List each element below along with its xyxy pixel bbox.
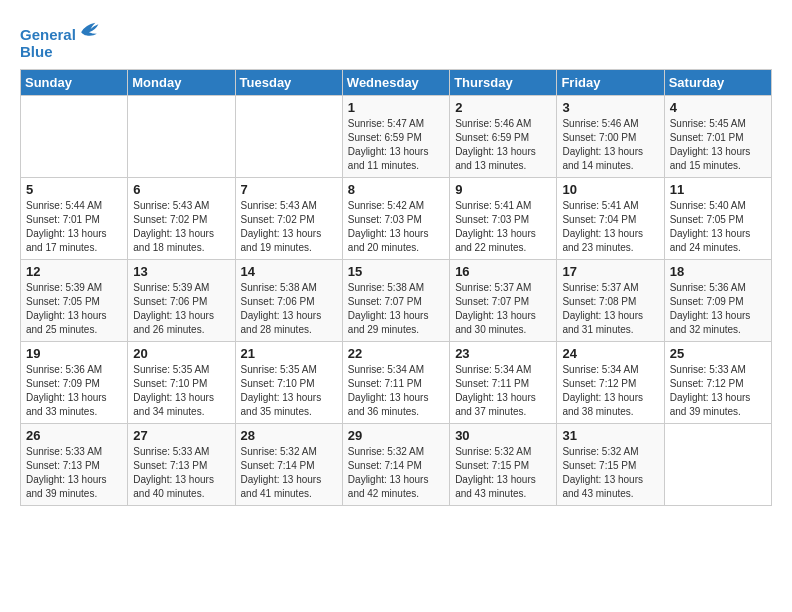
cell-details: Sunrise: 5:34 AM Sunset: 7:12 PM Dayligh…: [562, 363, 658, 419]
calendar-cell: 7Sunrise: 5:43 AM Sunset: 7:02 PM Daylig…: [235, 177, 342, 259]
day-number: 28: [241, 428, 337, 443]
cell-details: Sunrise: 5:33 AM Sunset: 7:13 PM Dayligh…: [133, 445, 229, 501]
day-number: 24: [562, 346, 658, 361]
calendar-cell: 5Sunrise: 5:44 AM Sunset: 7:01 PM Daylig…: [21, 177, 128, 259]
col-header-thursday: Thursday: [450, 69, 557, 95]
cell-details: Sunrise: 5:43 AM Sunset: 7:02 PM Dayligh…: [241, 199, 337, 255]
cell-details: Sunrise: 5:39 AM Sunset: 7:05 PM Dayligh…: [26, 281, 122, 337]
col-header-tuesday: Tuesday: [235, 69, 342, 95]
calendar-cell: 16Sunrise: 5:37 AM Sunset: 7:07 PM Dayli…: [450, 259, 557, 341]
calendar-cell: 23Sunrise: 5:34 AM Sunset: 7:11 PM Dayli…: [450, 341, 557, 423]
day-number: 5: [26, 182, 122, 197]
cell-details: Sunrise: 5:37 AM Sunset: 7:08 PM Dayligh…: [562, 281, 658, 337]
cell-details: Sunrise: 5:36 AM Sunset: 7:09 PM Dayligh…: [26, 363, 122, 419]
calendar-cell: 20Sunrise: 5:35 AM Sunset: 7:10 PM Dayli…: [128, 341, 235, 423]
day-number: 19: [26, 346, 122, 361]
day-number: 10: [562, 182, 658, 197]
cell-details: Sunrise: 5:43 AM Sunset: 7:02 PM Dayligh…: [133, 199, 229, 255]
calendar-cell: 10Sunrise: 5:41 AM Sunset: 7:04 PM Dayli…: [557, 177, 664, 259]
day-number: 2: [455, 100, 551, 115]
cell-details: Sunrise: 5:35 AM Sunset: 7:10 PM Dayligh…: [133, 363, 229, 419]
header: General Blue: [20, 18, 772, 61]
calendar-header-row: SundayMondayTuesdayWednesdayThursdayFrid…: [21, 69, 772, 95]
calendar-cell: 21Sunrise: 5:35 AM Sunset: 7:10 PM Dayli…: [235, 341, 342, 423]
day-number: 15: [348, 264, 444, 279]
day-number: 18: [670, 264, 766, 279]
day-number: 22: [348, 346, 444, 361]
day-number: 11: [670, 182, 766, 197]
cell-details: Sunrise: 5:36 AM Sunset: 7:09 PM Dayligh…: [670, 281, 766, 337]
cell-details: Sunrise: 5:32 AM Sunset: 7:14 PM Dayligh…: [241, 445, 337, 501]
cell-details: Sunrise: 5:46 AM Sunset: 6:59 PM Dayligh…: [455, 117, 551, 173]
day-number: 4: [670, 100, 766, 115]
logo: General Blue: [20, 18, 100, 61]
cell-details: Sunrise: 5:32 AM Sunset: 7:15 PM Dayligh…: [455, 445, 551, 501]
calendar-cell: 6Sunrise: 5:43 AM Sunset: 7:02 PM Daylig…: [128, 177, 235, 259]
calendar-cell: 1Sunrise: 5:47 AM Sunset: 6:59 PM Daylig…: [342, 95, 449, 177]
cell-details: Sunrise: 5:41 AM Sunset: 7:04 PM Dayligh…: [562, 199, 658, 255]
calendar-cell: 2Sunrise: 5:46 AM Sunset: 6:59 PM Daylig…: [450, 95, 557, 177]
cell-details: Sunrise: 5:38 AM Sunset: 7:06 PM Dayligh…: [241, 281, 337, 337]
cell-details: Sunrise: 5:33 AM Sunset: 7:13 PM Dayligh…: [26, 445, 122, 501]
day-number: 12: [26, 264, 122, 279]
calendar-cell: 3Sunrise: 5:46 AM Sunset: 7:00 PM Daylig…: [557, 95, 664, 177]
calendar-cell: [235, 95, 342, 177]
day-number: 23: [455, 346, 551, 361]
day-number: 13: [133, 264, 229, 279]
calendar-cell: 12Sunrise: 5:39 AM Sunset: 7:05 PM Dayli…: [21, 259, 128, 341]
calendar-cell: 18Sunrise: 5:36 AM Sunset: 7:09 PM Dayli…: [664, 259, 771, 341]
cell-details: Sunrise: 5:38 AM Sunset: 7:07 PM Dayligh…: [348, 281, 444, 337]
calendar-table: SundayMondayTuesdayWednesdayThursdayFrid…: [20, 69, 772, 506]
calendar-week-row: 5Sunrise: 5:44 AM Sunset: 7:01 PM Daylig…: [21, 177, 772, 259]
cell-details: Sunrise: 5:39 AM Sunset: 7:06 PM Dayligh…: [133, 281, 229, 337]
cell-details: Sunrise: 5:47 AM Sunset: 6:59 PM Dayligh…: [348, 117, 444, 173]
day-number: 27: [133, 428, 229, 443]
day-number: 29: [348, 428, 444, 443]
cell-details: Sunrise: 5:46 AM Sunset: 7:00 PM Dayligh…: [562, 117, 658, 173]
page: General Blue SundayMondayTuesdayWednesda…: [0, 0, 792, 516]
day-number: 20: [133, 346, 229, 361]
calendar-cell: 13Sunrise: 5:39 AM Sunset: 7:06 PM Dayli…: [128, 259, 235, 341]
calendar-week-row: 26Sunrise: 5:33 AM Sunset: 7:13 PM Dayli…: [21, 423, 772, 505]
col-header-monday: Monday: [128, 69, 235, 95]
logo-blue: Blue: [20, 43, 100, 60]
calendar-cell: [128, 95, 235, 177]
day-number: 21: [241, 346, 337, 361]
cell-details: Sunrise: 5:45 AM Sunset: 7:01 PM Dayligh…: [670, 117, 766, 173]
col-header-saturday: Saturday: [664, 69, 771, 95]
cell-details: Sunrise: 5:33 AM Sunset: 7:12 PM Dayligh…: [670, 363, 766, 419]
calendar-cell: 19Sunrise: 5:36 AM Sunset: 7:09 PM Dayli…: [21, 341, 128, 423]
cell-details: Sunrise: 5:42 AM Sunset: 7:03 PM Dayligh…: [348, 199, 444, 255]
cell-details: Sunrise: 5:44 AM Sunset: 7:01 PM Dayligh…: [26, 199, 122, 255]
col-header-wednesday: Wednesday: [342, 69, 449, 95]
calendar-cell: 11Sunrise: 5:40 AM Sunset: 7:05 PM Dayli…: [664, 177, 771, 259]
day-number: 16: [455, 264, 551, 279]
logo-text: General: [20, 18, 100, 43]
calendar-cell: 14Sunrise: 5:38 AM Sunset: 7:06 PM Dayli…: [235, 259, 342, 341]
col-header-sunday: Sunday: [21, 69, 128, 95]
calendar-week-row: 12Sunrise: 5:39 AM Sunset: 7:05 PM Dayli…: [21, 259, 772, 341]
cell-details: Sunrise: 5:41 AM Sunset: 7:03 PM Dayligh…: [455, 199, 551, 255]
calendar-cell: 30Sunrise: 5:32 AM Sunset: 7:15 PM Dayli…: [450, 423, 557, 505]
calendar-cell: 9Sunrise: 5:41 AM Sunset: 7:03 PM Daylig…: [450, 177, 557, 259]
calendar-cell: 31Sunrise: 5:32 AM Sunset: 7:15 PM Dayli…: [557, 423, 664, 505]
calendar-cell: 4Sunrise: 5:45 AM Sunset: 7:01 PM Daylig…: [664, 95, 771, 177]
cell-details: Sunrise: 5:32 AM Sunset: 7:15 PM Dayligh…: [562, 445, 658, 501]
cell-details: Sunrise: 5:35 AM Sunset: 7:10 PM Dayligh…: [241, 363, 337, 419]
day-number: 8: [348, 182, 444, 197]
cell-details: Sunrise: 5:32 AM Sunset: 7:14 PM Dayligh…: [348, 445, 444, 501]
day-number: 14: [241, 264, 337, 279]
calendar-cell: 24Sunrise: 5:34 AM Sunset: 7:12 PM Dayli…: [557, 341, 664, 423]
logo-general: General: [20, 26, 76, 43]
calendar-week-row: 1Sunrise: 5:47 AM Sunset: 6:59 PM Daylig…: [21, 95, 772, 177]
day-number: 25: [670, 346, 766, 361]
day-number: 30: [455, 428, 551, 443]
day-number: 3: [562, 100, 658, 115]
cell-details: Sunrise: 5:40 AM Sunset: 7:05 PM Dayligh…: [670, 199, 766, 255]
calendar-cell: [664, 423, 771, 505]
calendar-week-row: 19Sunrise: 5:36 AM Sunset: 7:09 PM Dayli…: [21, 341, 772, 423]
day-number: 26: [26, 428, 122, 443]
calendar-cell: 8Sunrise: 5:42 AM Sunset: 7:03 PM Daylig…: [342, 177, 449, 259]
cell-details: Sunrise: 5:34 AM Sunset: 7:11 PM Dayligh…: [455, 363, 551, 419]
day-number: 7: [241, 182, 337, 197]
